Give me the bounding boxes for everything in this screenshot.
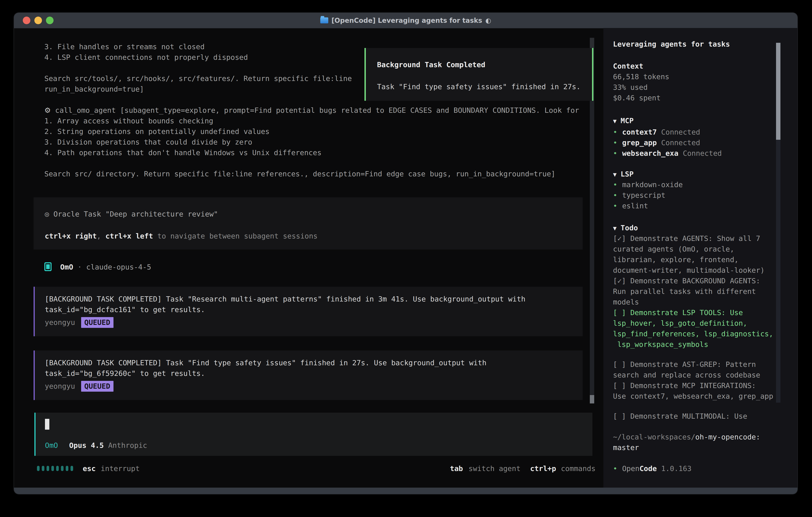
scrollback-line: Search src/tools/, src/hooks/, src/featu… xyxy=(45,74,352,83)
task-message-line1: [BACKGROUND TASK COMPLETED] Task "Resear… xyxy=(45,295,525,303)
notification-toast: Background Task Completed Task "Find typ… xyxy=(365,48,593,101)
task-message-meta: yeongyuQUEUED xyxy=(45,317,114,328)
context-tokens: 66,518 tokens xyxy=(613,72,669,81)
path-repo: oh-my-opencode: xyxy=(695,433,760,441)
todo-line: Run parallel tasks with different xyxy=(613,287,756,296)
oracle-task-title: Oracle Task "Deep architecture review" xyxy=(53,210,218,218)
scrollback-line: 4. LSP client connections not properly d… xyxy=(45,53,248,62)
window-title-group: [OpenCode] Leveraging agents for tasks ◐ xyxy=(320,17,491,24)
mcp-item: •websearch_exaConnected xyxy=(613,149,722,158)
prompt-input[interactable]: OmOOpus 4.5Anthropic xyxy=(34,413,592,456)
status-bullet-icon: • xyxy=(613,464,617,472)
input-provider: Anthropic xyxy=(108,441,147,450)
todo-line: curated agents (OmO, oracle, xyxy=(613,245,734,253)
mcp-item: •grep_appConnected xyxy=(613,138,700,147)
mcp-name: grep_app xyxy=(622,139,657,147)
mcp-item: •context7Connected xyxy=(613,128,700,137)
agent-name: OmO xyxy=(60,263,73,271)
oracle-task-title-line: ◎ Oracle Task "Deep architecture review" xyxy=(45,210,218,219)
tool-call-item: 3. Division operations that could divide… xyxy=(45,138,252,146)
app-version: 1.0.163 xyxy=(661,464,692,472)
minimize-button[interactable] xyxy=(34,17,42,24)
task-user: yeongyu xyxy=(45,318,75,326)
status-bullet-icon: • xyxy=(613,181,617,189)
agent-header: OmO · claude-opus-4-5 xyxy=(45,262,151,272)
window-bottom-edge xyxy=(14,488,798,494)
sidebar-scrollbar-thumb[interactable] xyxy=(776,43,780,140)
main-scrollbar-thumb[interactable] xyxy=(590,395,594,404)
lsp-name: markdown-oxide xyxy=(622,181,683,189)
input-model: Opus 4.5 xyxy=(69,441,104,450)
todo-line-active: lsp_hover, lsp_goto_definition, xyxy=(613,319,747,328)
lsp-name: eslint xyxy=(622,202,648,210)
todo-line: [✓] Demonstrate BACKGROUND AGENTS: xyxy=(613,276,760,285)
tool-call-item: 2. String operations on potentially unde… xyxy=(45,127,269,136)
lsp-section-header[interactable]: ▼LSP xyxy=(613,170,634,179)
esc-key-label: interrupt xyxy=(101,464,140,472)
notification-body: Task "Find type safety issues" finished … xyxy=(377,82,581,91)
status-bullet-icon: • xyxy=(613,149,617,157)
task-message-line2: task_id="bg_dcfac161" to get results. xyxy=(45,305,205,314)
status-bullet-icon: • xyxy=(613,191,617,199)
scrollback-line: run_in_background=true] xyxy=(45,85,144,93)
lsp-name: typescript xyxy=(622,191,666,199)
omo-agent-icon xyxy=(45,262,52,271)
todo-line-active: lsp_find_references, lsp_diagnostics, xyxy=(613,329,773,338)
mcp-status: Connected xyxy=(661,128,700,136)
gear-icon: ⚙ xyxy=(45,106,51,114)
status-bullet-icon: • xyxy=(613,139,617,147)
lsp-item: •eslint xyxy=(613,201,648,210)
tool-call-item: 4. Path operations that don't handle Win… xyxy=(45,148,321,157)
session-indicator-icon: ◐ xyxy=(485,17,491,24)
task-user: yeongyu xyxy=(45,382,75,390)
subagent-nav-hint: ctrl+x right, ctrl+x left to navigate be… xyxy=(45,232,318,241)
tab-key-label: switch agent xyxy=(468,464,521,472)
queued-badge: QUEUED xyxy=(81,381,114,392)
lsp-item: •typescript xyxy=(613,191,665,200)
tool-call-line: ⚙ call_omo_agent [subagent_type=explore,… xyxy=(45,106,579,115)
todo-line: models xyxy=(613,298,639,306)
task-message-line2: task_id="bg_6f59260c" to get results. xyxy=(45,369,205,378)
queued-badge: QUEUED xyxy=(81,317,114,328)
hint-key: ctrl+x left xyxy=(105,232,153,240)
folder-icon xyxy=(320,18,328,23)
mcp-section-header[interactable]: ▼MCP xyxy=(613,116,634,126)
statusbar-right: tabswitch agentctrl+pcommands xyxy=(450,464,596,473)
mcp-name: context7 xyxy=(622,128,657,136)
app-name-bold: Code xyxy=(639,464,657,472)
window-title: [OpenCode] Leveraging agents for tasks xyxy=(331,17,482,24)
screenshot-root: { "window": { "title": "[OpenCode] Lever… xyxy=(0,0,812,517)
todo-line: [✓] Demonstrate AGENTS: Show all 7 xyxy=(613,234,760,243)
context-spent: $0.46 spent xyxy=(613,93,661,102)
tool-call-text: call_omo_agent [subagent_type=explore, p… xyxy=(55,106,579,114)
window-titlebar[interactable]: [OpenCode] Leveraging agents for tasks ◐ xyxy=(14,13,798,28)
main-scrollbar-top-thumb[interactable] xyxy=(590,38,594,48)
hint-key: ctrl+x right xyxy=(45,232,97,240)
app-name-gray: Open xyxy=(622,464,640,472)
chevron-down-icon: ▼ xyxy=(613,117,617,125)
todo-line-active: lsp_workspace_symbols xyxy=(613,340,708,349)
agent-model: claude-opus-4-5 xyxy=(86,263,151,271)
close-button[interactable] xyxy=(23,17,30,24)
path-prefix: ~/local-workspaces/ xyxy=(613,433,695,441)
todo-line: document-writer, multimodal-looker) xyxy=(613,266,765,275)
task-message-line1: [BACKGROUND TASK COMPLETED] Task "Find t… xyxy=(45,358,487,367)
lsp-item: •markdown-oxide xyxy=(613,180,683,189)
oracle-task-box: ◎ Oracle Task "Deep architecture review"… xyxy=(34,197,583,249)
ctrlp-key-label: commands xyxy=(561,464,596,472)
todo-line-active: [ ] Demonstrate LSP TOOLS: Use xyxy=(613,308,743,317)
todo-line: search and replace across codebase xyxy=(613,371,760,379)
terminal-window: [OpenCode] Leveraging agents for tasks ◐… xyxy=(14,13,798,494)
tool-call-tail: Search src/ directory. Return specific f… xyxy=(45,169,555,178)
oracle-icon: ◎ xyxy=(45,210,49,218)
maximize-button[interactable] xyxy=(46,17,54,24)
todo-line: [ ] Demonstrate AST-GREP: Pattern xyxy=(613,360,756,369)
chevron-down-icon: ▼ xyxy=(613,171,617,178)
scrollback-line: 3. File handles or streams not closed xyxy=(45,43,205,51)
session-title: Leveraging agents for tasks xyxy=(613,40,730,49)
ctrlp-key-hint: ctrl+p xyxy=(530,464,556,472)
notification-title: Background Task Completed xyxy=(377,60,485,69)
version-line: •OpenCode1.0.163 xyxy=(613,464,692,473)
todo-section-header[interactable]: ▼Todo xyxy=(613,223,638,233)
working-spinner-dots xyxy=(37,466,73,471)
